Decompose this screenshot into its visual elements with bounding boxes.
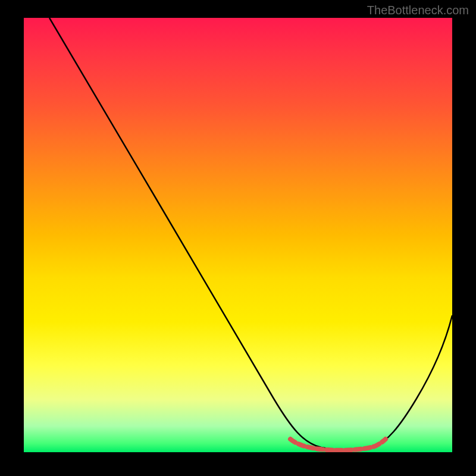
bottleneck-curve-path xyxy=(49,18,452,450)
curve-svg xyxy=(24,18,452,452)
watermark-text: TheBottleneck.com xyxy=(367,4,469,17)
chart-plot-area xyxy=(24,18,452,452)
optimal-range-marker-path xyxy=(290,439,386,450)
